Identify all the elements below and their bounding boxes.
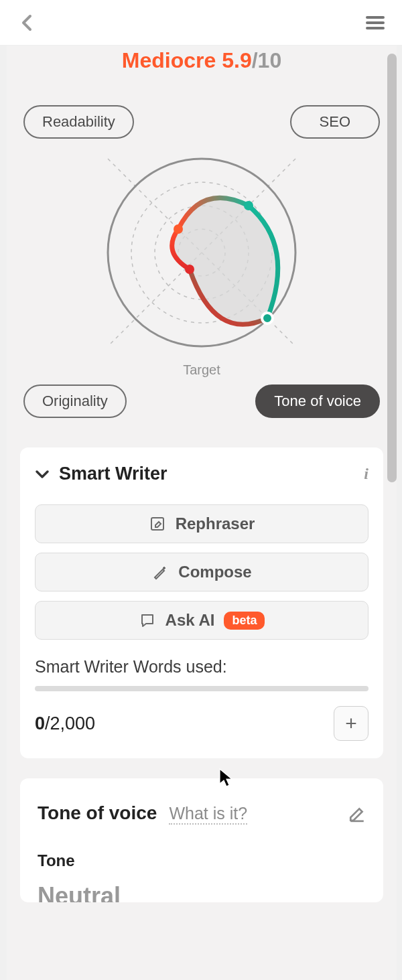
score-line: Mediocre 5.9/10 — [20, 46, 383, 73]
axis-tags-bottom: Originality Tone of voice — [23, 384, 380, 418]
smart-writer-card: Smart Writer i Rephraser Compose — [20, 447, 383, 758]
compose-button[interactable]: Compose — [35, 553, 368, 591]
main-area: Mediocre 5.9/10 Readability SEO — [0, 46, 402, 980]
svg-point-11 — [262, 313, 273, 324]
axis-originality[interactable]: Originality — [23, 384, 127, 418]
svg-point-10 — [244, 201, 253, 210]
add-words-button[interactable]: + — [334, 706, 368, 741]
edit-icon — [149, 515, 166, 533]
svg-point-12 — [185, 265, 194, 274]
axis-seo[interactable]: SEO — [290, 105, 380, 139]
info-icon[interactable]: i — [364, 465, 368, 483]
rephraser-button[interactable]: Rephraser — [35, 504, 368, 543]
axis-tags-top: Readability SEO — [23, 105, 380, 139]
usage-current: 0 — [35, 713, 45, 733]
tone-label: Tone — [38, 851, 366, 870]
what-is-it-link[interactable]: What is it? — [169, 804, 247, 825]
scrollbar-thumb[interactable] — [387, 54, 397, 482]
target-label: Target — [183, 362, 220, 378]
chat-icon — [139, 612, 156, 629]
svg-point-9 — [174, 224, 183, 234]
beta-badge: beta — [224, 612, 265, 630]
radar-chart: Target — [20, 145, 383, 378]
edit-tone-icon[interactable] — [348, 805, 366, 823]
usage-max: /2,000 — [45, 713, 95, 733]
compose-label: Compose — [178, 563, 251, 581]
back-icon[interactable] — [13, 9, 40, 36]
smart-writer-title: Smart Writer — [59, 464, 168, 484]
rephraser-label: Rephraser — [176, 514, 255, 533]
tone-section: Tone of voice What is it? Tone Neutral — [20, 778, 383, 902]
usage-value: 0/2,000 — [35, 713, 95, 734]
wand-icon — [151, 563, 169, 581]
ask-ai-label: Ask AI — [165, 611, 215, 630]
tone-section-title: Tone of voice — [38, 802, 157, 824]
topbar — [0, 0, 402, 46]
usage-label: Smart Writer Words used: — [35, 657, 368, 677]
score-label: Mediocre — [122, 48, 216, 72]
score-denom: /10 — [252, 48, 281, 72]
hamburger-icon[interactable] — [362, 9, 389, 36]
usage-bar — [35, 686, 368, 691]
tone-value: Neutral — [38, 882, 366, 902]
score-value: 5.9 — [222, 48, 251, 72]
chevron-down-icon[interactable] — [35, 470, 50, 479]
smart-writer-header: Smart Writer i — [35, 464, 368, 484]
analysis-panel: Mediocre 5.9/10 Readability SEO — [7, 46, 397, 980]
axis-readability[interactable]: Readability — [23, 105, 134, 139]
axis-tone-of-voice[interactable]: Tone of voice — [255, 384, 380, 418]
ask-ai-button[interactable]: Ask AI beta — [35, 601, 368, 640]
